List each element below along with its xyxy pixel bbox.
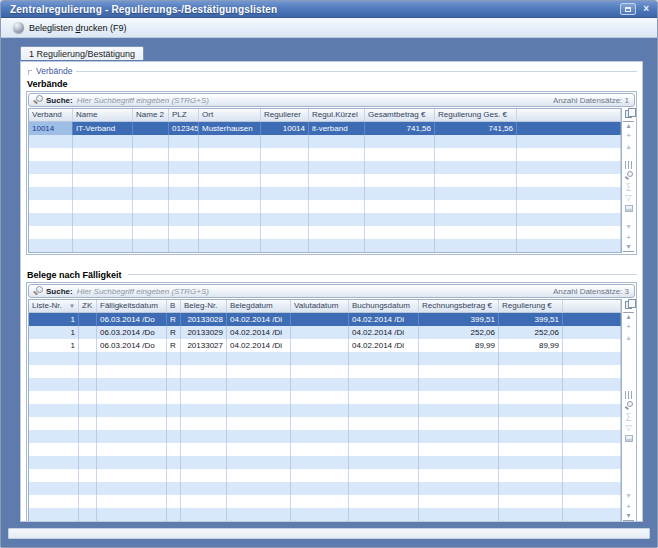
- grid-cell[interactable]: [167, 482, 181, 495]
- grid-cell[interactable]: [97, 508, 167, 521]
- grid-cell[interactable]: [167, 469, 181, 482]
- column-header[interactable]: Regulierer: [261, 109, 309, 121]
- grid-cell[interactable]: [73, 200, 133, 213]
- grid-cell[interactable]: [419, 456, 499, 469]
- grid-cell[interactable]: [97, 352, 167, 365]
- grid-cell[interactable]: [309, 174, 365, 187]
- goto-last-row-icon[interactable]: ▾: [623, 243, 634, 252]
- grid-cell[interactable]: [181, 365, 227, 378]
- grid-cell[interactable]: [29, 365, 79, 378]
- grid-cell[interactable]: 20133029: [181, 326, 227, 339]
- column-header[interactable]: Valutadatum: [291, 300, 349, 312]
- grid-cell[interactable]: [29, 135, 73, 148]
- grid-cell[interactable]: [349, 365, 419, 378]
- grid-cell[interactable]: [349, 378, 419, 391]
- grid-cell[interactable]: [499, 365, 563, 378]
- grid-cell[interactable]: [349, 508, 419, 521]
- grid-cell[interactable]: [79, 391, 97, 404]
- grid-cell[interactable]: [291, 443, 349, 456]
- grid-cell[interactable]: [291, 404, 349, 417]
- grid-cell[interactable]: [167, 352, 181, 365]
- column-header[interactable]: Regul.Kürzel: [309, 109, 365, 121]
- grid-cell[interactable]: [291, 339, 349, 352]
- table-row[interactable]: [29, 443, 621, 456]
- grid-cell[interactable]: [227, 417, 291, 430]
- grid-cell[interactable]: [199, 174, 261, 187]
- grid-cell[interactable]: 10014: [261, 122, 309, 135]
- grid-cell[interactable]: R: [167, 313, 181, 326]
- column-settings-icon[interactable]: [623, 389, 634, 400]
- copy-rows-icon[interactable]: [623, 299, 634, 310]
- table-row[interactable]: [29, 417, 621, 430]
- grid-cell[interactable]: [169, 226, 199, 239]
- grid-cell[interactable]: [291, 482, 349, 495]
- grid-cell[interactable]: [435, 213, 517, 226]
- grid-cell[interactable]: [291, 456, 349, 469]
- close-window-button[interactable]: ×: [640, 3, 652, 15]
- grid-cell[interactable]: 741,56: [435, 122, 517, 135]
- grid-cell[interactable]: [29, 378, 79, 391]
- grid-cell[interactable]: [261, 148, 309, 161]
- grid-cell[interactable]: [349, 430, 419, 443]
- grid-cell[interactable]: [227, 469, 291, 482]
- table-row[interactable]: 106.03.2014 /DoR2013302704.02.2014 /Di04…: [29, 339, 621, 352]
- grid-cell[interactable]: 20133027: [181, 339, 227, 352]
- grid-cell[interactable]: [199, 135, 261, 148]
- grid-cell[interactable]: [181, 430, 227, 443]
- grid-cell[interactable]: [435, 135, 517, 148]
- grid-cell[interactable]: [169, 135, 199, 148]
- grid-cell[interactable]: [261, 187, 309, 200]
- row-up-icon[interactable]: +: [623, 321, 634, 332]
- grid-cell[interactable]: [419, 469, 499, 482]
- grid-cell[interactable]: [499, 443, 563, 456]
- grid-cell[interactable]: [291, 365, 349, 378]
- grid-cell[interactable]: [29, 148, 73, 161]
- grid-cell[interactable]: [29, 443, 79, 456]
- grid-cell[interactable]: [309, 161, 365, 174]
- table-row[interactable]: [29, 495, 621, 508]
- grid-cell[interactable]: [181, 404, 227, 417]
- grid-cell[interactable]: [29, 417, 79, 430]
- table-row[interactable]: [29, 148, 621, 161]
- grid-cell[interactable]: 04.02.2014 /Di: [227, 339, 291, 352]
- grid-cell[interactable]: 252,06: [499, 326, 563, 339]
- grid-cell[interactable]: [29, 161, 73, 174]
- grid-cell[interactable]: [499, 469, 563, 482]
- grid-cell[interactable]: [133, 226, 169, 239]
- scroll-up-icon[interactable]: ▴: [623, 141, 634, 152]
- grid-cell[interactable]: [29, 187, 73, 200]
- grid-cell[interactable]: [199, 213, 261, 226]
- column-header[interactable]: Name: [73, 109, 133, 121]
- grid-cell[interactable]: [79, 469, 97, 482]
- copy-rows-icon[interactable]: [623, 108, 634, 119]
- table-row[interactable]: [29, 430, 621, 443]
- grid-cell[interactable]: [79, 417, 97, 430]
- grid-cell[interactable]: [227, 378, 291, 391]
- grid-cell[interactable]: [167, 378, 181, 391]
- row-up-icon[interactable]: +: [623, 130, 634, 141]
- table-row[interactable]: 106.03.2014 /DoR2013302804.02.2014 /Di04…: [29, 313, 621, 326]
- grid-cell[interactable]: [365, 135, 435, 148]
- grid-cell[interactable]: [73, 174, 133, 187]
- column-settings-icon[interactable]: [623, 159, 634, 170]
- grid-cell[interactable]: [365, 200, 435, 213]
- grid-cell[interactable]: [79, 430, 97, 443]
- table-row[interactable]: [29, 352, 621, 365]
- grid-cell[interactable]: [291, 391, 349, 404]
- grid-cell[interactable]: [167, 430, 181, 443]
- verbaende-search-input[interactable]: [77, 96, 545, 105]
- grid-cell[interactable]: 04.02.2014 /Di: [349, 339, 419, 352]
- grid-cell[interactable]: [349, 391, 419, 404]
- grid-cell[interactable]: [291, 326, 349, 339]
- grid-cell[interactable]: [309, 187, 365, 200]
- grid-cell[interactable]: [261, 200, 309, 213]
- grid-cell[interactable]: [29, 430, 79, 443]
- grid-cell[interactable]: [365, 187, 435, 200]
- table-row[interactable]: [29, 187, 621, 200]
- grid-cell[interactable]: [291, 378, 349, 391]
- grid-cell[interactable]: [29, 469, 79, 482]
- grid-cell[interactable]: [309, 239, 365, 252]
- grid-cell[interactable]: 012345: [169, 122, 199, 135]
- grid-cell[interactable]: [133, 122, 169, 135]
- grid-cell[interactable]: [349, 352, 419, 365]
